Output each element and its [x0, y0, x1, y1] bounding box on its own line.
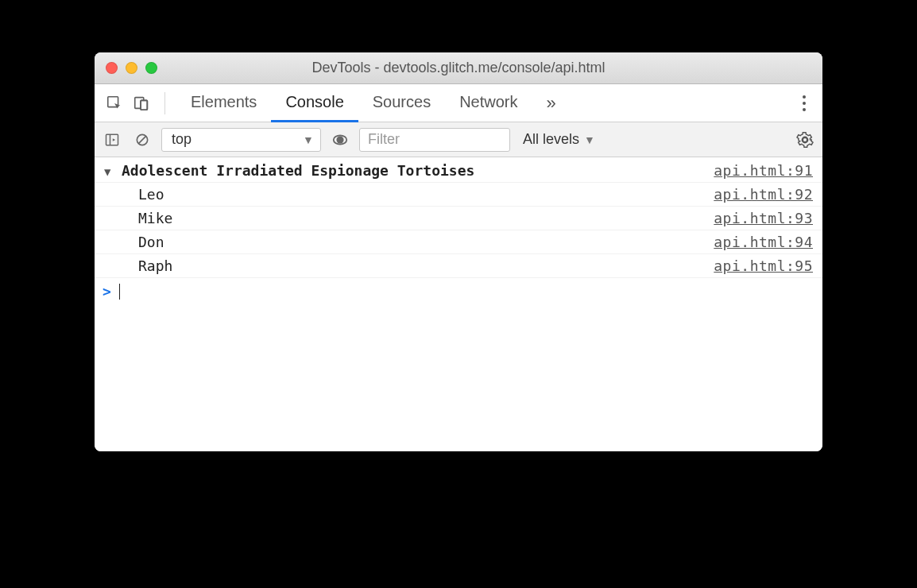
chevron-down-icon: ▼: [584, 133, 595, 146]
console-toolbar: top ▼ All levels ▼: [95, 122, 822, 157]
svg-point-11: [336, 136, 343, 143]
svg-rect-7: [106, 134, 118, 145]
svg-point-13: [803, 137, 807, 142]
window-maximize-button[interactable]: [145, 62, 157, 74]
console-settings-icon[interactable]: [794, 131, 816, 149]
console-message-text: Mike: [138, 210, 714, 226]
console-message: Don api.html:94: [95, 230, 822, 254]
execution-context-selector[interactable]: top ▼: [161, 128, 321, 152]
window-minimize-button[interactable]: [126, 62, 137, 74]
chevron-down-icon: ▼: [303, 133, 314, 146]
svg-point-4: [803, 95, 806, 99]
execution-context-label: top: [172, 131, 192, 148]
tab-network[interactable]: Network: [445, 84, 532, 122]
clear-console-icon[interactable]: [131, 129, 153, 151]
tab-console[interactable]: Console: [271, 84, 358, 122]
window-controls: [95, 62, 157, 74]
disclosure-triangle-icon[interactable]: ▼: [104, 165, 117, 178]
source-link[interactable]: api.html:95: [714, 257, 813, 274]
source-link[interactable]: api.html:92: [714, 186, 813, 203]
more-tabs-icon[interactable]: »: [536, 84, 567, 122]
tab-label: Console: [285, 93, 343, 111]
divider: [164, 92, 165, 114]
console-message-text: Raph: [138, 257, 714, 274]
tab-elements[interactable]: Elements: [176, 84, 271, 122]
log-levels-label: All levels: [523, 131, 579, 148]
tab-label: Sources: [373, 93, 431, 111]
devtools-tabbar: Elements Console Sources Network »: [95, 84, 822, 122]
console-output: ▼ Adolescent Irradiated Espionage Tortoi…: [95, 157, 822, 451]
tab-label: Network: [459, 93, 517, 111]
window-title: DevTools - devtools.glitch.me/console/ap…: [95, 60, 822, 76]
live-expression-icon[interactable]: [329, 129, 351, 151]
svg-line-10: [138, 136, 145, 143]
devtools-window: DevTools - devtools.glitch.me/console/ap…: [95, 52, 822, 451]
console-group-title: Adolescent Irradiated Espionage Tortoise…: [122, 162, 714, 179]
console-message-text: Leo: [138, 186, 714, 203]
svg-point-5: [803, 102, 806, 105]
console-message: Raph api.html:95: [95, 254, 822, 278]
window-close-button[interactable]: [106, 62, 118, 74]
svg-rect-2: [141, 100, 147, 110]
titlebar: DevTools - devtools.glitch.me/console/ap…: [95, 52, 822, 84]
console-message: Mike api.html:93: [95, 207, 822, 230]
device-toolbar-icon[interactable]: [130, 91, 153, 116]
log-levels-selector[interactable]: All levels ▼: [518, 131, 600, 148]
svg-point-6: [803, 108, 806, 111]
source-link[interactable]: api.html:93: [714, 210, 813, 226]
inspect-element-icon[interactable]: [103, 91, 126, 116]
console-message: Leo api.html:92: [95, 183, 822, 207]
tab-sources[interactable]: Sources: [358, 84, 445, 122]
console-prompt[interactable]: >: [95, 278, 822, 304]
source-link[interactable]: api.html:94: [714, 234, 813, 250]
console-message-text: Don: [138, 234, 714, 250]
settings-menu-icon[interactable]: [791, 84, 818, 122]
text-cursor: [119, 284, 121, 300]
filter-input[interactable]: [359, 128, 510, 152]
prompt-marker-icon: >: [103, 283, 111, 300]
console-group-header: ▼ Adolescent Irradiated Espionage Tortoi…: [95, 159, 822, 183]
show-console-sidebar-icon[interactable]: [101, 129, 123, 151]
source-link[interactable]: api.html:91: [714, 162, 813, 179]
tab-label: Elements: [191, 93, 257, 111]
panel-tabs: Elements Console Sources Network: [176, 84, 532, 122]
